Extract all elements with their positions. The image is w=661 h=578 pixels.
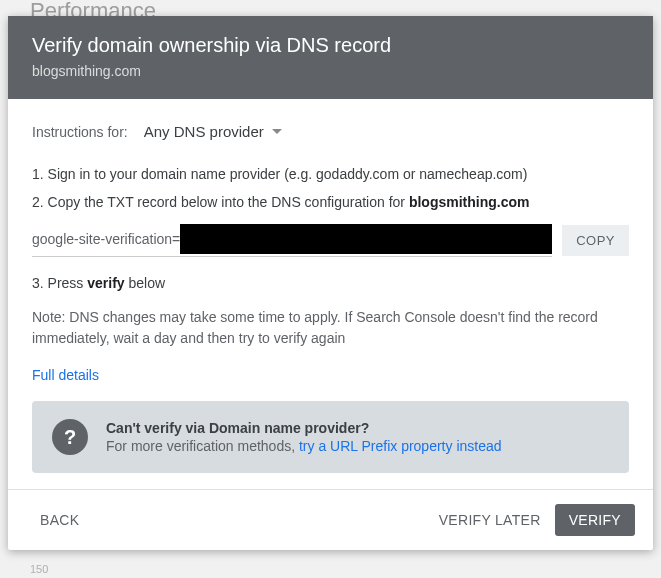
dns-note: Note: DNS changes may take some time to … (32, 307, 629, 349)
help-subtitle: For more verification methods, try a URL… (106, 438, 502, 454)
txt-redacted (180, 224, 552, 254)
step-2-domain: blogsmithing.com (409, 194, 530, 210)
url-prefix-link[interactable]: try a URL Prefix property instead (299, 438, 502, 454)
help-text-pre: For more verification methods, (106, 438, 299, 454)
txt-record-field[interactable]: google-site-verification= (32, 224, 552, 257)
back-button[interactable]: BACK (26, 504, 93, 536)
dns-provider-value: Any DNS provider (144, 123, 264, 140)
dialog-domain: blogsmithing.com (32, 63, 629, 79)
dialog-title: Verify domain ownership via DNS record (32, 34, 629, 57)
instructions-row: Instructions for: Any DNS provider (32, 123, 629, 140)
dns-provider-select[interactable]: Any DNS provider (144, 123, 282, 140)
step-3-pre: 3. Press (32, 275, 87, 291)
help-box: ? Can't verify via Domain name provider?… (32, 401, 629, 473)
dialog-footer: BACK VERIFY LATER VERIFY (8, 489, 653, 550)
instructions-label: Instructions for: (32, 124, 128, 140)
verify-dialog: Verify domain ownership via DNS record b… (8, 16, 653, 550)
step-3-bold: verify (87, 275, 124, 291)
step-3: 3. Press verify below (32, 275, 629, 291)
dialog-header: Verify domain ownership via DNS record b… (8, 16, 653, 99)
dialog-body: Instructions for: Any DNS provider 1. Si… (8, 99, 653, 489)
verify-later-button[interactable]: VERIFY LATER (425, 504, 555, 536)
question-icon: ? (52, 419, 88, 455)
bg-axis-number: 150 (30, 563, 48, 575)
help-text: Can't verify via Domain name provider? F… (106, 420, 502, 454)
copy-button[interactable]: COPY (562, 225, 629, 256)
step-2: 2. Copy the TXT record below into the DN… (32, 194, 629, 210)
step-3-post: below (125, 275, 165, 291)
verify-button[interactable]: VERIFY (555, 504, 635, 536)
txt-record-row: google-site-verification= COPY (32, 224, 629, 257)
dropdown-caret-icon (272, 129, 282, 134)
step-2-text: 2. Copy the TXT record below into the DN… (32, 194, 409, 210)
help-title: Can't verify via Domain name provider? (106, 420, 502, 436)
full-details-link[interactable]: Full details (32, 367, 99, 383)
step-1: 1. Sign in to your domain name provider … (32, 166, 629, 182)
txt-prefix: google-site-verification= (32, 231, 180, 247)
